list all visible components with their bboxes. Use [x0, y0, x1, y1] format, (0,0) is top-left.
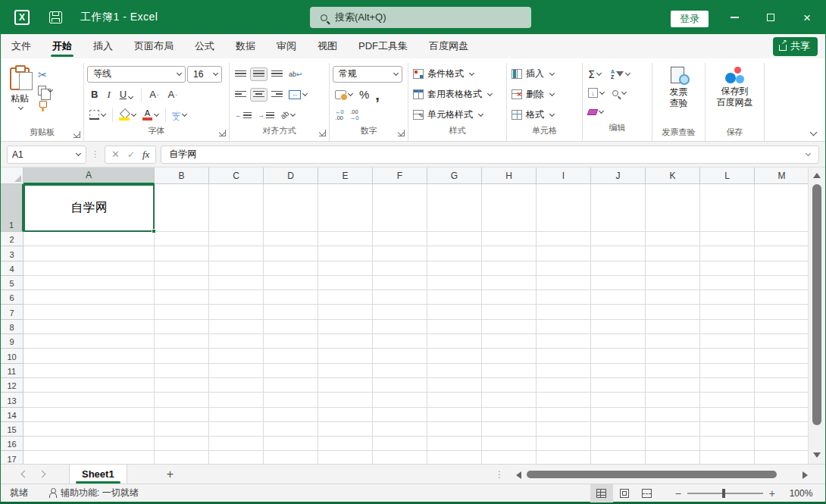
cell-A10[interactable] [23, 349, 155, 363]
clipboard-dialog-launcher[interactable] [74, 131, 80, 138]
fill-handle[interactable] [152, 229, 156, 233]
cell-G14[interactable] [427, 408, 482, 422]
cell-A5[interactable] [23, 276, 155, 290]
cell-G3[interactable] [427, 246, 482, 261]
cell-K4[interactable] [646, 261, 700, 276]
cell-H7[interactable] [482, 305, 537, 319]
cell-J13[interactable] [591, 393, 646, 407]
cell-M7[interactable] [755, 305, 809, 319]
cell-J12[interactable] [591, 378, 646, 393]
sort-filter-button[interactable]: AZ [609, 67, 634, 81]
cell-I4[interactable] [537, 261, 591, 276]
vertical-scroll-thumb[interactable] [812, 184, 821, 425]
cell-I2[interactable] [537, 232, 591, 246]
font-color-button[interactable]: A [140, 108, 161, 122]
cell-H8[interactable] [482, 320, 537, 334]
col-header-A[interactable]: A [23, 167, 155, 184]
cell-M12[interactable] [755, 378, 809, 393]
name-box[interactable]: A1 [7, 146, 86, 164]
collapse-ribbon-icon[interactable] [810, 129, 818, 136]
cell-F13[interactable] [373, 393, 427, 407]
cell-J10[interactable] [591, 349, 646, 363]
cell-D2[interactable] [264, 232, 318, 246]
borders-button[interactable] [87, 108, 108, 121]
cell-F15[interactable] [373, 422, 427, 437]
row-header-1[interactable]: 1 [1, 184, 23, 232]
paste-button[interactable]: 粘贴 [4, 64, 36, 126]
cell-D14[interactable] [264, 408, 318, 422]
cell-B14[interactable] [155, 408, 209, 422]
cell-K1[interactable] [646, 184, 700, 232]
fill-button[interactable]: ↓ [586, 86, 609, 99]
cell-H11[interactable] [482, 364, 537, 378]
splitter-handle-icon[interactable]: ⋮ [495, 469, 504, 480]
cell-G5[interactable] [427, 276, 482, 290]
tab-review[interactable]: 审阅 [266, 34, 307, 58]
cell-M1[interactable] [755, 184, 809, 232]
cell-I8[interactable] [537, 320, 591, 334]
tab-view[interactable]: 视图 [307, 34, 348, 58]
cell-G1[interactable] [427, 184, 482, 232]
cell-M3[interactable] [755, 246, 809, 261]
cell-M4[interactable] [755, 261, 809, 276]
tab-page-layout[interactable]: 页面布局 [124, 34, 184, 58]
cell-B6[interactable] [155, 290, 209, 305]
col-header-M[interactable]: M [755, 167, 809, 184]
cell-F8[interactable] [373, 320, 427, 334]
cell-D7[interactable] [264, 305, 318, 319]
cell-M11[interactable] [755, 364, 809, 378]
cell-J6[interactable] [591, 290, 646, 305]
cell-F7[interactable] [373, 305, 427, 319]
cell-L12[interactable] [700, 378, 755, 393]
col-header-F[interactable]: F [373, 167, 427, 184]
cut-button[interactable]: ✂ [36, 67, 55, 82]
cell-A3[interactable] [23, 246, 155, 261]
decrease-decimal-button[interactable]: .00→0 [348, 108, 361, 123]
cell-K14[interactable] [646, 408, 700, 422]
cell-A14[interactable] [23, 408, 155, 422]
orientation-button[interactable]: ab [278, 109, 298, 121]
cell-E7[interactable] [318, 305, 373, 319]
col-header-K[interactable]: K [646, 167, 700, 184]
cell-A6[interactable] [23, 290, 155, 305]
row-header-4[interactable]: 4 [1, 261, 23, 276]
number-format-combo[interactable]: 常规 [333, 66, 402, 83]
cell-I5[interactable] [537, 276, 591, 290]
zoom-slider[interactable] [687, 493, 763, 494]
col-header-B[interactable]: B [155, 167, 209, 184]
cell-E10[interactable] [318, 349, 373, 363]
scroll-down-icon[interactable] [813, 452, 821, 458]
row-header-13[interactable]: 13 [1, 393, 23, 407]
cell-F5[interactable] [373, 276, 427, 290]
cell-H1[interactable] [482, 184, 537, 232]
cell-M6[interactable] [755, 290, 809, 305]
cell-H3[interactable] [482, 246, 537, 261]
cell-F10[interactable] [373, 349, 427, 363]
cell-B13[interactable] [155, 393, 209, 407]
middle-align-button[interactable] [250, 67, 268, 81]
conditional-formatting-button[interactable]: 条件格式 [411, 64, 503, 83]
cell-C1[interactable] [209, 184, 264, 232]
cell-G9[interactable] [427, 334, 482, 349]
cell-I14[interactable] [537, 408, 591, 422]
col-header-D[interactable]: D [264, 167, 318, 184]
grow-font-button[interactable]: Aˆ [145, 88, 162, 101]
cell-B2[interactable] [155, 232, 209, 246]
cell-M13[interactable] [755, 393, 809, 407]
cell-D13[interactable] [264, 393, 318, 407]
col-header-C[interactable]: C [209, 167, 264, 184]
cell-G12[interactable] [427, 378, 482, 393]
cell-H16[interactable] [482, 437, 537, 451]
cell-C12[interactable] [209, 378, 264, 393]
row-header-7[interactable]: 7 [1, 305, 23, 319]
col-header-L[interactable]: L [700, 167, 755, 184]
tab-formulas[interactable]: 公式 [184, 34, 225, 58]
close-button[interactable]: × [789, 1, 825, 34]
horizontal-scroll-thumb[interactable] [527, 471, 777, 478]
cell-F12[interactable] [373, 378, 427, 393]
copy-button[interactable] [36, 84, 55, 97]
cell-G4[interactable] [427, 261, 482, 276]
zoom-out-button[interactable]: − [669, 487, 687, 499]
cell-L16[interactable] [700, 437, 755, 451]
cell-C4[interactable] [209, 261, 264, 276]
